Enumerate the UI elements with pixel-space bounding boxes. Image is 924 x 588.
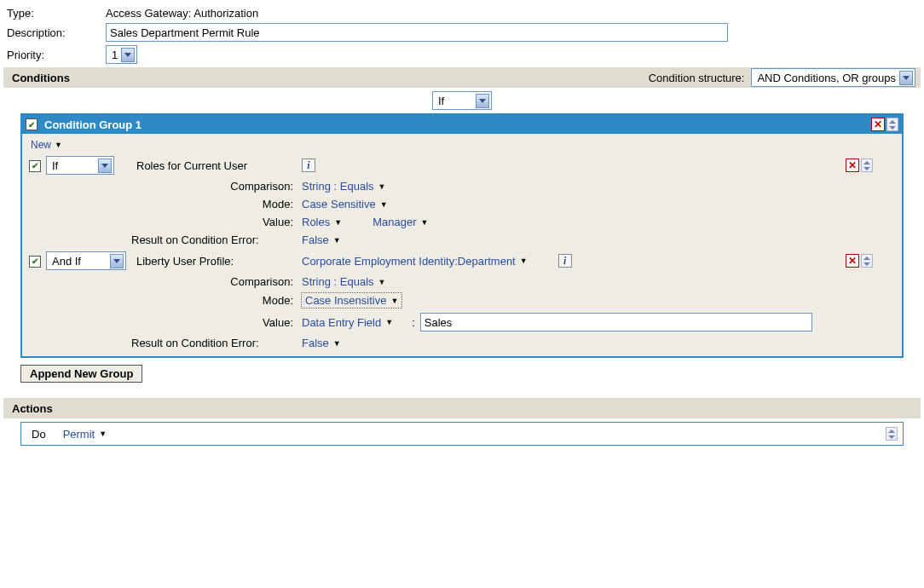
description-input[interactable]	[106, 23, 728, 42]
value-separator: :	[412, 316, 415, 329]
chevron-down-icon	[899, 71, 913, 85]
cond1-operator-select[interactable]: If	[46, 156, 114, 175]
action-do-label: Do	[32, 428, 46, 441]
cond2-operator-value: And If	[52, 255, 107, 268]
svg-marker-8	[113, 259, 120, 263]
condition-group: ✔ Condition Group 1 ✕ New ▼ ✔ If	[20, 113, 904, 358]
condition-checkbox[interactable]: ✔	[29, 160, 41, 172]
group-title-text: Condition Group 1	[44, 118, 141, 131]
new-condition-menu[interactable]: New ▼	[31, 139, 62, 151]
delete-group-icon[interactable]: ✕	[871, 118, 885, 131]
svg-marker-4	[889, 126, 896, 130]
cond2-value-input[interactable]	[420, 313, 812, 331]
cond1-comparison-value[interactable]: String : Equals▼	[302, 180, 385, 193]
append-new-group-button[interactable]: Append New Group	[20, 365, 142, 383]
condition-structure-value: AND Conditions, OR groups	[757, 72, 896, 84]
priority-label: Priority:	[3, 49, 106, 61]
cond1-error-label: Result on Condition Error:	[131, 233, 302, 246]
type-value: Access Gateway: Authorization	[106, 7, 258, 20]
condition-structure-label: Condition structure:	[649, 72, 745, 84]
priority-select-value: 1	[112, 49, 118, 61]
cond1-mode-label: Mode:	[131, 198, 302, 210]
cond2-error-label: Result on Condition Error:	[131, 337, 302, 349]
svg-marker-10	[863, 262, 870, 266]
cond2-value-type[interactable]: Data Entry Field▼	[302, 316, 393, 329]
chevron-down-icon	[476, 94, 489, 108]
conditions-header: Conditions Condition structure: AND Cond…	[3, 67, 921, 88]
group-checkbox[interactable]: ✔	[26, 118, 38, 130]
reorder-condition-icon[interactable]	[861, 254, 873, 268]
info-icon[interactable]: i	[302, 159, 315, 172]
chevron-down-icon	[110, 254, 124, 268]
cond2-operator-select[interactable]: And If	[46, 251, 126, 270]
chevron-down-icon: ▼	[55, 141, 62, 149]
svg-marker-7	[863, 167, 870, 170]
reorder-action-icon[interactable]	[886, 427, 898, 441]
condition-structure-select[interactable]: AND Conditions, OR groups	[751, 68, 915, 87]
cond1-value-label: Value:	[131, 216, 302, 228]
svg-marker-6	[863, 161, 870, 164]
cond1-error-value[interactable]: False▼	[302, 233, 341, 246]
svg-marker-2	[479, 99, 486, 103]
svg-marker-9	[863, 257, 870, 260]
reorder-group-icon[interactable]	[886, 118, 898, 131]
delete-condition-icon[interactable]: ✕	[846, 159, 859, 172]
top-operator-select[interactable]: If	[432, 91, 492, 110]
cond2-error-value[interactable]: False▼	[302, 337, 341, 349]
cond1-mode-value[interactable]: Case Sensitive▼	[302, 198, 388, 210]
delete-condition-icon[interactable]: ✕	[846, 254, 859, 268]
cond1-attribute-label: Roles for Current User	[136, 159, 247, 172]
svg-marker-5	[101, 164, 108, 168]
new-condition-label: New	[31, 139, 51, 151]
svg-marker-11	[888, 429, 895, 433]
cond2-comparison-label: Comparison:	[131, 275, 302, 288]
cond1-value-value[interactable]: Manager▼	[372, 216, 428, 228]
condition-row: ✔ And If Liberty User Profile: Corporate…	[29, 251, 895, 349]
priority-select[interactable]: 1	[106, 45, 137, 64]
reorder-condition-icon[interactable]	[861, 159, 873, 172]
condition-row: ✔ If Roles for Current User i ✕	[29, 156, 895, 246]
svg-marker-3	[889, 120, 896, 124]
actions-header: Actions	[3, 398, 921, 418]
condition-checkbox[interactable]: ✔	[29, 256, 41, 268]
actions-title: Actions	[12, 402, 53, 415]
cond1-operator-value: If	[52, 159, 95, 172]
cond2-comparison-value[interactable]: String : Equals▼	[302, 275, 385, 288]
chevron-down-icon	[98, 159, 112, 173]
action-row: Do Permit▼	[20, 422, 904, 446]
description-label: Description:	[3, 26, 106, 39]
cond1-value-type[interactable]: Roles▼	[302, 216, 342, 228]
cond2-mode-value[interactable]: Case Insensitive▼	[302, 293, 401, 308]
cond2-attribute-value[interactable]: Corporate Employment Identity:Department…	[302, 255, 528, 268]
top-operator-value: If	[438, 95, 472, 107]
svg-marker-0	[124, 53, 131, 57]
chevron-down-icon	[121, 48, 135, 62]
conditions-title: Conditions	[12, 72, 70, 84]
cond2-attribute-label: Liberty User Profile:	[136, 255, 234, 268]
cond2-mode-label: Mode:	[131, 294, 302, 307]
type-label: Type:	[3, 7, 106, 20]
action-do-value[interactable]: Permit▼	[63, 428, 107, 441]
cond2-value-label: Value:	[131, 316, 302, 329]
info-icon[interactable]: i	[558, 254, 572, 268]
cond1-comparison-label: Comparison:	[131, 180, 302, 193]
svg-marker-1	[903, 76, 910, 80]
svg-marker-12	[888, 435, 895, 439]
